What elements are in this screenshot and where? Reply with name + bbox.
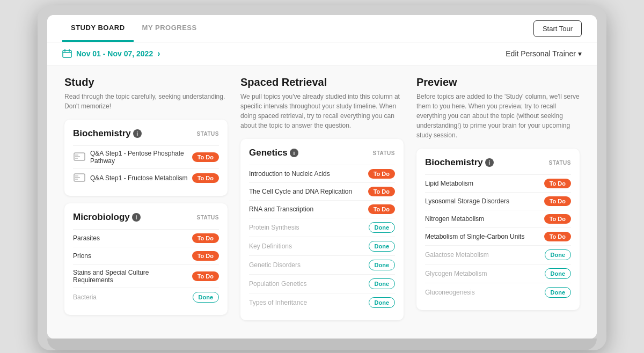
topic-name-text: Prions bbox=[73, 252, 91, 260]
topic-name-text: Glycogen Metabolism bbox=[425, 270, 487, 277]
todo-badge[interactable]: To Do bbox=[544, 232, 571, 241]
todo-badge[interactable]: To Do bbox=[192, 233, 219, 243]
subject-card-biochemistry: BiochemistryiSTATUSLipid MetabolismTo Do… bbox=[416, 149, 580, 310]
topic-name-text: Introduction to Nucleic Acids bbox=[249, 170, 330, 178]
column-title-preview: Preview bbox=[416, 76, 580, 89]
column-desc-spaced-retrieval: We pull topics you've already studied in… bbox=[240, 92, 404, 130]
todo-badge[interactable]: To Do bbox=[544, 196, 571, 206]
topic-row[interactable]: Galactose MetabolismDone bbox=[425, 245, 571, 264]
chevron-right-icon: › bbox=[157, 49, 160, 58]
topic-name-text: RNA and Transcription bbox=[249, 205, 313, 213]
topic-row[interactable]: RNA and TranscriptionTo Do bbox=[249, 200, 395, 218]
topic-row[interactable]: Stains and Special Culture RequirementsT… bbox=[73, 264, 219, 288]
topic-name-text: Metabolism of Single-Carbon Units bbox=[425, 233, 524, 240]
done-badge[interactable]: Done bbox=[193, 292, 219, 303]
topic-row[interactable]: Q&A Step1 - Pentose Phosphate PathwayTo … bbox=[73, 145, 219, 168]
status-column-label: STATUS bbox=[196, 215, 219, 220]
subject-header: MicrobiologyiSTATUS bbox=[73, 212, 219, 223]
done-badge[interactable]: Done bbox=[545, 268, 572, 279]
topic-row[interactable]: ParasitesTo Do bbox=[73, 229, 219, 247]
topic-row[interactable]: GluconeogenesisDone bbox=[425, 283, 571, 301]
todo-badge[interactable]: To Do bbox=[192, 251, 219, 261]
done-badge[interactable]: Done bbox=[545, 249, 572, 260]
done-badge[interactable]: Done bbox=[369, 222, 396, 233]
column-title-study: Study bbox=[64, 76, 228, 89]
date-range-text: Nov 01 - Nov 07, 2022 bbox=[76, 49, 153, 58]
subject-header: GeneticsiSTATUS bbox=[249, 148, 395, 158]
topic-name-text: Genetic Disorders bbox=[249, 261, 301, 269]
column-desc-preview: Before topics are added to the 'Study' c… bbox=[416, 92, 580, 140]
info-icon[interactable]: i bbox=[133, 129, 142, 138]
date-range-nav[interactable]: Nov 01 - Nov 07, 2022 › bbox=[62, 49, 160, 58]
topic-row[interactable]: Q&A Step1 - Fructose MetabolismTo Do bbox=[73, 168, 219, 187]
status-column-label: STATUS bbox=[548, 160, 571, 166]
laptop-screen: STUDY BOARD MY PROGRESS Start Tour Nov 0… bbox=[47, 15, 597, 339]
info-icon[interactable]: i bbox=[290, 149, 298, 157]
start-tour-button[interactable]: Start Tour bbox=[533, 20, 582, 37]
topic-name-text: Types of Inheritance bbox=[249, 299, 307, 306]
laptop-base bbox=[47, 339, 597, 350]
column-title-spaced-retrieval: Spaced Retrieval bbox=[240, 76, 404, 89]
column-preview: PreviewBefore topics are added to the 'S… bbox=[410, 76, 586, 328]
topic-row[interactable]: Key DefinitionsDone bbox=[249, 237, 395, 255]
edit-trainer-button[interactable]: Edit Personal Trainer ▾ bbox=[506, 49, 582, 58]
done-badge[interactable]: Done bbox=[369, 260, 396, 270]
topic-row[interactable]: Metabolism of Single-Carbon UnitsTo Do bbox=[425, 227, 571, 245]
topic-row[interactable]: PrionsTo Do bbox=[73, 247, 219, 264]
topic-name-text: Q&A Step1 - Fructose Metabolism bbox=[90, 174, 187, 182]
todo-badge[interactable]: To Do bbox=[368, 187, 395, 196]
tab-my-progress[interactable]: MY PROGRESS bbox=[134, 15, 206, 42]
todo-badge[interactable]: To Do bbox=[192, 152, 219, 162]
status-column-label: STATUS bbox=[372, 150, 395, 156]
done-badge[interactable]: Done bbox=[545, 287, 572, 298]
topic-row[interactable]: Introduction to Nucleic AcidsTo Do bbox=[249, 165, 395, 182]
topic-name-text: Gluconeogenesis bbox=[425, 289, 475, 296]
info-icon[interactable]: i bbox=[132, 213, 141, 222]
todo-badge[interactable]: To Do bbox=[544, 179, 571, 188]
column-desc-study: Read through the topic carefully, seekin… bbox=[64, 92, 228, 111]
todo-badge[interactable]: To Do bbox=[368, 169, 395, 179]
qa-icon bbox=[73, 152, 86, 163]
done-badge[interactable]: Done bbox=[369, 278, 396, 289]
todo-badge[interactable]: To Do bbox=[544, 214, 571, 224]
topic-name-text: Population Genetics bbox=[249, 280, 306, 288]
topic-row[interactable]: Types of InheritanceDone bbox=[249, 293, 395, 312]
todo-badge[interactable]: To Do bbox=[368, 204, 395, 214]
column-spaced-retrieval: Spaced RetrievalWe pull topics you've al… bbox=[234, 76, 410, 328]
subject-header: BiochemistryiSTATUS bbox=[73, 128, 219, 139]
subject-name-text: Biochemistry bbox=[425, 157, 483, 168]
topic-name-text: Galactose Metabolism bbox=[425, 251, 489, 259]
topic-row[interactable]: Protein SynthesisDone bbox=[249, 218, 395, 237]
header: STUDY BOARD MY PROGRESS Start Tour bbox=[47, 15, 597, 42]
topic-name-text: Parasites bbox=[73, 234, 100, 242]
topic-row[interactable]: Lysosomal Storage DisordersTo Do bbox=[425, 192, 571, 210]
topic-name-text: Lipid Metabolism bbox=[425, 180, 473, 187]
todo-badge[interactable]: To Do bbox=[192, 173, 219, 183]
done-badge[interactable]: Done bbox=[369, 297, 396, 308]
topic-row[interactable]: The Cell Cycle and DNA ReplicationTo Do bbox=[249, 182, 395, 200]
topic-row[interactable]: Nitrogen MetabolismTo Do bbox=[425, 210, 571, 227]
topic-row[interactable]: BacteriaDone bbox=[73, 288, 219, 306]
topic-row[interactable]: Genetic DisordersDone bbox=[249, 255, 395, 274]
subject-name-text: Genetics bbox=[249, 148, 288, 158]
tab-study-board[interactable]: STUDY BOARD bbox=[62, 15, 134, 42]
topic-row[interactable]: Glycogen MetabolismDone bbox=[425, 264, 571, 283]
topic-row[interactable]: Population GeneticsDone bbox=[249, 274, 395, 293]
subject-name-text: Microbiology bbox=[73, 212, 130, 223]
subject-header: BiochemistryiSTATUS bbox=[425, 157, 571, 168]
done-badge[interactable]: Done bbox=[369, 241, 396, 252]
subject-card-biochemistry: BiochemistryiSTATUSQ&A Step1 - Pentose P… bbox=[64, 120, 228, 196]
date-bar: Nov 01 - Nov 07, 2022 › Edit Personal Tr… bbox=[47, 42, 597, 65]
topic-row[interactable]: Lipid MetabolismTo Do bbox=[425, 174, 571, 192]
topic-name-text: Key Definitions bbox=[249, 242, 292, 250]
topic-name-text: Nitrogen Metabolism bbox=[425, 215, 484, 223]
info-icon[interactable]: i bbox=[485, 158, 494, 167]
topic-name-text: Stains and Special Culture Requirements bbox=[73, 269, 188, 284]
topic-name-text: Q&A Step1 - Pentose Phosphate Pathway bbox=[90, 150, 188, 165]
laptop-frame: STUDY BOARD MY PROGRESS Start Tour Nov 0… bbox=[38, 5, 606, 350]
calendar-icon bbox=[62, 49, 72, 58]
topic-name-text: Protein Synthesis bbox=[249, 224, 299, 231]
column-study: StudyRead through the topic carefully, s… bbox=[58, 76, 234, 328]
todo-badge[interactable]: To Do bbox=[192, 271, 219, 281]
qa-icon bbox=[73, 173, 86, 183]
